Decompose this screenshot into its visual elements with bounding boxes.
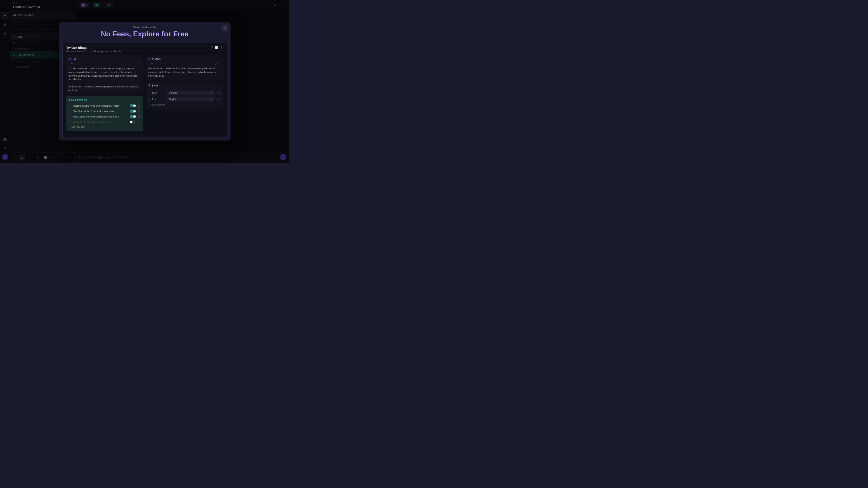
demo-text-label: Text	[72, 57, 77, 60]
modal: Meet, DevPromptAi No Fees, Explore for F…	[59, 22, 230, 140]
demo-text-toolbar-right: ⇄ ↔	[135, 62, 141, 65]
req-grid-icon: ≡	[68, 98, 70, 101]
demo-style-header: ⣿ Style	[148, 84, 221, 87]
req-delete-2[interactable]: 🗑	[138, 110, 140, 112]
product-upload-btn[interactable]: ↑	[148, 62, 150, 65]
text-split-btn[interactable]: ⇄	[135, 62, 137, 65]
demo-product-toolbar-right: ⇄ ↔	[215, 62, 221, 65]
app-container: « ✦ ☰ ⊞ 🔔 ⚙ D Draft Untitled prompt AI I…	[0, 0, 289, 163]
req-item-2: ⣿ Should not violate Twitter's terms of …	[68, 108, 141, 114]
modal-close-btn[interactable]: ✕	[221, 25, 228, 31]
demo-req-label: Requirements	[71, 98, 87, 101]
demo-req-block: ≡ Requirements ⣿ Must be feasible for im…	[66, 96, 143, 131]
style-delete-1[interactable]: 🗑	[219, 92, 221, 94]
req-drag-2: ⣿	[69, 110, 71, 112]
text-upload-btn[interactable]: ↑	[68, 62, 70, 65]
demo-panel: Twitter Ideas Generate ideas for promoti…	[62, 43, 227, 137]
demo-text-header: AI Text	[68, 57, 141, 60]
req-text-3: Ideas capable of generating high engagem…	[73, 116, 128, 118]
demo-desc: Generate ideas for promoting a product o…	[66, 50, 121, 53]
style-add-new-btn[interactable]: + Add new item	[148, 103, 221, 107]
modal-headline: No Fees, Explore for Free	[63, 30, 226, 38]
req-item-1: ⣿ Must be feasible for implementation on…	[68, 103, 141, 108]
req-toggle-3[interactable]	[130, 115, 136, 118]
style-dropdown-1[interactable]: Concise ▾	[167, 91, 214, 95]
demo-menu-btn[interactable]: ⋮	[220, 46, 223, 49]
style-value-2: Playful	[169, 98, 176, 101]
demo-columns: AI Text ↑ ⊕ ♪ ⇄	[63, 54, 227, 137]
style-actions-2: ⚙ 🗑	[216, 98, 221, 101]
demo-text-block: AI Text ↑ ⊕ ♪ ⇄	[66, 55, 143, 94]
req-add-new-btn[interactable]: + Add new item	[68, 125, 141, 129]
demo-text-toolbar: ↑ ⊕ ♪ ⇄ ↔	[68, 62, 141, 65]
demo-product-header: AI Product	[148, 57, 221, 60]
demo-product-block: AI Product ↑ ⊕ ♪ ⇄	[146, 55, 223, 80]
demo-title: Twitter Ideas	[66, 46, 121, 50]
style-add-label: Add new item	[151, 103, 165, 106]
style-actions-1: ⚙ 🗑	[216, 92, 221, 94]
req-item-4: ⣿ Must consider potential global audienc…	[68, 119, 141, 125]
req-item-3: ⣿ Ideas capable of generating high engag…	[68, 114, 141, 119]
demo-product-content: Web application called DevPromptAi to en…	[148, 67, 221, 78]
demo-product-toolbar-left: ↑ ⊕ ♪	[148, 62, 156, 65]
demo-req-header: ≡ Requirements	[68, 98, 141, 101]
req-toggle-4[interactable]	[130, 121, 136, 124]
style-add-plus: +	[148, 103, 150, 106]
req-delete-4[interactable]: 🗑	[138, 121, 140, 123]
style-grid-icon: ⣿	[148, 84, 150, 87]
ai-product-icon: AI	[148, 57, 151, 60]
style-value-1: Concise	[169, 92, 177, 94]
style-label-1: Style	[152, 92, 165, 94]
modal-overlay[interactable]: Meet, DevPromptAi No Fees, Explore for F…	[0, 0, 289, 163]
req-add-plus: +	[68, 126, 70, 128]
demo-product-label: Product	[152, 57, 161, 60]
ai-text-icon: AI	[68, 57, 71, 60]
product-enhance-btn[interactable]: ⊕	[151, 62, 153, 65]
modal-header: Meet, DevPromptAi No Fees, Explore for F…	[59, 22, 230, 43]
style-drag-1: ⣿	[148, 92, 150, 94]
req-drag-1: ⣿	[69, 105, 71, 107]
demo-style-label: Style	[152, 84, 158, 87]
demo-text-content: You are tasked with brainstorming creati…	[68, 67, 141, 92]
req-drag-3: ⣿	[69, 116, 71, 118]
req-drag-4: ⣿	[69, 121, 71, 123]
demo-header-actions: ↻ ⬜ ⋮	[211, 46, 223, 49]
style-chevron-1: ▾	[211, 92, 212, 94]
req-delete-1[interactable]: 🗑	[138, 105, 140, 107]
req-add-label: Add new item	[71, 126, 85, 128]
modal-subtitle: Meet, DevPromptAi	[63, 26, 226, 29]
req-delete-3[interactable]: 🗑	[138, 116, 140, 118]
text-expand-btn[interactable]: ↔	[138, 62, 141, 65]
style-settings-1[interactable]: ⚙	[216, 92, 218, 94]
demo-col-left: AI Text ↑ ⊕ ♪ ⇄	[65, 54, 145, 134]
product-expand-btn[interactable]: ↔	[218, 62, 221, 65]
demo-style-block: ⣿ Style ⣿ Style Concise ▾	[146, 82, 223, 109]
req-toggle-2[interactable]	[130, 109, 136, 113]
product-voice-btn[interactable]: ♪	[154, 62, 156, 65]
style-settings-2[interactable]: ⚙	[216, 98, 218, 101]
style-dropdown-2[interactable]: Playful ▾	[167, 97, 214, 101]
demo-col-right: AI Product ↑ ⊕ ♪ ⇄	[145, 54, 224, 134]
req-text-2: Should not violate Twitter's terms of se…	[73, 110, 128, 112]
product-split-btn[interactable]: ⇄	[215, 62, 217, 65]
style-drag-2: ⣿	[148, 98, 150, 101]
text-enhance-btn[interactable]: ⊕	[71, 62, 73, 65]
req-text-1: Must be feasible for implementation on T…	[73, 105, 128, 107]
demo-expand-btn[interactable]: ⬜	[215, 46, 218, 49]
text-voice-btn[interactable]: ♪	[74, 62, 76, 65]
demo-product-toolbar: ↑ ⊕ ♪ ⇄ ↔	[148, 62, 221, 65]
demo-panel-header: Twitter Ideas Generate ideas for promoti…	[63, 43, 227, 54]
style-chevron-2: ▾	[211, 98, 212, 101]
style-delete-2[interactable]: 🗑	[219, 98, 221, 101]
req-toggle-1[interactable]	[130, 104, 136, 107]
req-text-4: Must consider potential global audience	[73, 121, 128, 123]
style-row-2: ⣿ Tone Playful ▾ ⚙ 🗑	[148, 96, 221, 103]
style-row-1: ⣿ Style Concise ▾ ⚙ 🗑	[148, 90, 221, 96]
demo-refresh-btn[interactable]: ↻	[211, 46, 213, 49]
demo-text-toolbar-left: ↑ ⊕ ♪	[68, 62, 76, 65]
style-label-2: Tone	[152, 98, 165, 101]
